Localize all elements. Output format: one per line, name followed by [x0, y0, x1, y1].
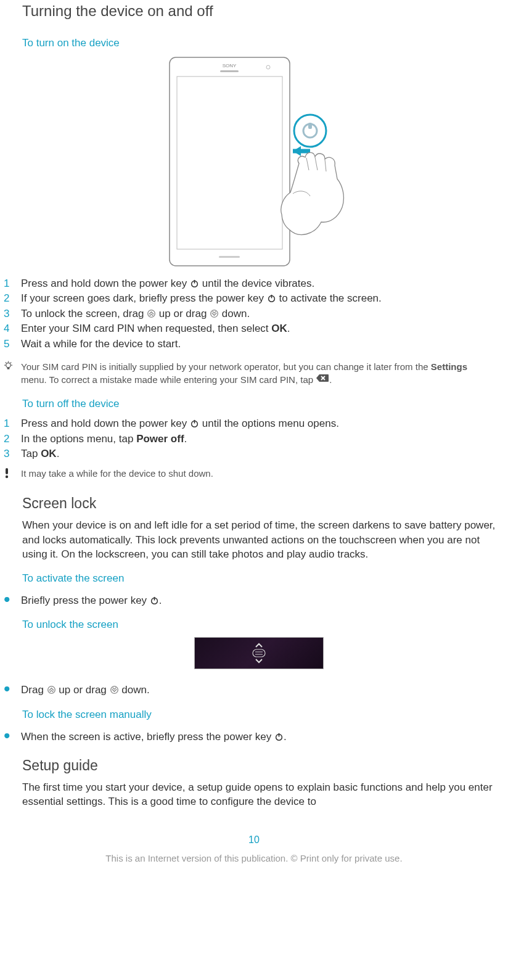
- section-heading: Setup guide: [22, 757, 496, 774]
- tip-row: Your SIM card PIN is initially supplied …: [4, 361, 496, 387]
- step-number: 5: [4, 337, 21, 351]
- svg-point-36: [110, 686, 118, 694]
- delete-icon: [316, 373, 329, 386]
- svg-rect-28: [6, 468, 8, 474]
- svg-point-35: [47, 686, 55, 694]
- step-number: 2: [4, 432, 21, 446]
- phone-illustration: SONY: [22, 56, 496, 270]
- warning-row: It may take a while for the device to sh…: [4, 467, 496, 482]
- bullet-row: • Briefly press the power key .: [4, 591, 496, 607]
- bullet-text: When the screen is active, briefly press…: [21, 730, 496, 744]
- subheading-lock-manually: To lock the screen manually: [22, 709, 496, 721]
- section-heading: Screen lock: [22, 495, 496, 512]
- step-text: If your screen goes dark, briefly press …: [21, 291, 496, 305]
- step-text: Press and hold down the power key until …: [21, 276, 496, 290]
- step-row: 3 Tap OK.: [4, 447, 496, 461]
- drag-up-icon: [47, 685, 56, 694]
- step-number: 3: [4, 447, 21, 461]
- warning-text: It may take a while for the device to sh…: [21, 467, 496, 482]
- manual-page: Turning the device on and off To turn on…: [0, 0, 508, 863]
- bullet-row: • Drag up or drag down.: [4, 680, 496, 697]
- svg-rect-3: [220, 70, 239, 72]
- power-icon: [274, 732, 284, 741]
- step-row: 3 To unlock the screen, drag up or drag …: [4, 307, 496, 321]
- step-number: 3: [4, 307, 21, 321]
- subheading-activate: To activate the screen: [22, 572, 496, 585]
- paragraph: The first time you start your device, a …: [22, 780, 496, 809]
- bullet-text: Briefly press the power key .: [21, 593, 496, 607]
- drag-down-icon: [210, 309, 219, 318]
- power-icon: [267, 294, 276, 303]
- svg-marker-7: [293, 146, 301, 156]
- content: Turning the device on and off To turn on…: [0, 0, 508, 809]
- svg-text:SONY: SONY: [223, 63, 237, 68]
- power-icon: [190, 419, 199, 428]
- step-text: Tap OK.: [21, 447, 496, 461]
- bullet-text: Drag up or drag down.: [21, 683, 496, 697]
- phone-power-illustration: SONY: [163, 56, 354, 268]
- step-row: 4 Enter your SIM card PIN when requested…: [4, 321, 496, 336]
- subheading-unlock: To unlock the screen: [22, 619, 496, 631]
- subheading-turn-off: To turn off the device: [22, 398, 496, 410]
- step-row: 2 In the options menu, tap Power off.: [4, 432, 496, 446]
- step-row: 1 Press and hold down the power key unti…: [4, 276, 496, 290]
- page-number: 10: [0, 834, 508, 846]
- lockscreen-illustration: [22, 637, 496, 672]
- svg-rect-18: [7, 368, 10, 369]
- power-icon: [150, 596, 159, 605]
- power-icon: [190, 279, 199, 288]
- step-number: 2: [4, 291, 21, 305]
- step-number: 1: [4, 416, 21, 430]
- step-row: 2 If your screen goes dark, briefly pres…: [4, 291, 496, 305]
- steps-turn-off: 1 Press and hold down the power key unti…: [22, 416, 496, 461]
- svg-point-17: [6, 363, 11, 368]
- step-text: Press and hold down the power key until …: [21, 416, 496, 430]
- svg-line-23: [10, 363, 11, 363]
- svg-point-8: [294, 115, 326, 147]
- step-text: Wait a while for the device to start.: [21, 337, 496, 351]
- bullet-row: • When the screen is active, briefly pre…: [4, 727, 496, 744]
- step-text: To unlock the screen, drag up or drag do…: [21, 307, 496, 321]
- lightbulb-icon: [4, 361, 21, 387]
- step-number: 1: [4, 276, 21, 290]
- footer-text: This is an Internet version of this publ…: [0, 853, 508, 863]
- svg-rect-32: [253, 649, 265, 657]
- drag-up-icon: [147, 309, 156, 318]
- step-row: 5 Wait a while for the device to start.: [4, 337, 496, 351]
- tip-text: Your SIM card PIN is initially supplied …: [21, 361, 496, 387]
- lockscreen-image: [194, 637, 324, 669]
- svg-line-22: [6, 363, 6, 363]
- step-text: In the options menu, tap Power off.: [21, 432, 496, 446]
- bullet-icon: •: [4, 682, 21, 695]
- step-text: Enter your SIM card PIN when requested, …: [21, 321, 496, 336]
- exclamation-icon: [4, 467, 21, 482]
- svg-rect-1: [177, 76, 282, 249]
- section-heading: Turning the device on and off: [22, 0, 496, 20]
- step-number: 4: [4, 321, 21, 336]
- step-row: 1 Press and hold down the power key unti…: [4, 416, 496, 430]
- svg-point-16: [211, 310, 218, 318]
- svg-point-15: [148, 310, 155, 318]
- bullet-icon: •: [4, 593, 21, 606]
- svg-rect-10: [308, 123, 312, 129]
- drag-handle-icon: [250, 642, 268, 664]
- svg-point-29: [6, 476, 8, 478]
- steps-turn-on: 1 Press and hold down the power key unti…: [22, 276, 496, 351]
- paragraph: When your device is on and left idle for…: [22, 518, 496, 561]
- svg-rect-5: [219, 256, 240, 258]
- bullet-icon: •: [4, 729, 21, 742]
- drag-down-icon: [110, 685, 119, 694]
- subheading-turn-on: To turn on the device: [22, 37, 496, 49]
